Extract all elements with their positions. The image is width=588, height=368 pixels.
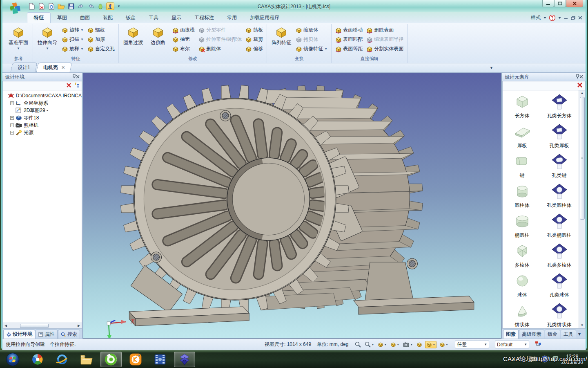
library-item-椭圆柱[interactable]: 椭圆柱 — [503, 212, 541, 241]
offset-button[interactable]: 偏移 — [244, 45, 264, 53]
snap-mode-select[interactable]: 任意▼ — [455, 341, 489, 348]
pinwheel-suite-icon[interactable] — [27, 352, 48, 367]
tab-加载应用程序[interactable]: 加载应用程序 — [243, 13, 286, 23]
library-cancel-icon[interactable] — [577, 82, 583, 89]
library-item-孔类厚板[interactable]: 孔类厚板 — [541, 123, 578, 151]
app-logo-icon[interactable] — [8, 1, 23, 15]
cancel-selection-icon[interactable] — [66, 83, 71, 89]
library-tab-高级图素[interactable]: 高级图素 — [519, 330, 544, 339]
snapshot-icon[interactable]: ▼ — [402, 341, 414, 348]
close-tab-icon[interactable]: ✕ — [61, 65, 65, 70]
tree-item-照相机[interactable]: +照相机 — [4, 121, 82, 129]
library-tabs-overflow-icon[interactable]: ▾ — [577, 330, 582, 339]
chamfer-button[interactable]: 边倒角 — [146, 25, 170, 55]
start-button[interactable] — [2, 352, 24, 367]
face-move-button[interactable]: 表面移动 — [334, 26, 364, 34]
close-library-icon[interactable] — [579, 74, 583, 80]
display-wireframe-icon[interactable] — [416, 341, 423, 348]
display-solid-icon[interactable]: ▼ — [425, 341, 437, 348]
scale-body-button[interactable]: 缩放体 — [294, 26, 329, 34]
panel-tab-属性[interactable]: 属性 — [36, 330, 58, 339]
pin-panel-icon[interactable] — [72, 74, 76, 80]
library-item-圆柱体[interactable]: 圆柱体 — [503, 182, 541, 211]
library-item-球体[interactable]: 球体 — [503, 272, 541, 301]
kugou-music-icon[interactable] — [125, 352, 146, 367]
taskbar-clock[interactable]: 13:28 2013/9/30 — [561, 354, 586, 365]
language-indicator[interactable]: CH — [518, 357, 525, 362]
extrude-wizard-button[interactable]: 拉伸向导▼ — [36, 25, 59, 55]
trim-button[interactable]: 裁剪 — [244, 35, 264, 44]
help-dropdown-arrow-icon[interactable] — [558, 17, 561, 19]
library-item-孔类饼状体[interactable]: 孔类饼状体 — [541, 302, 578, 329]
library-item-键[interactable]: 键 — [503, 153, 541, 181]
library-tab-工具[interactable]: 工具 — [561, 330, 576, 339]
doc-tabs-overflow-icon[interactable]: ▼ — [490, 66, 493, 70]
shell-button[interactable]: 抽壳 — [171, 35, 196, 44]
workspace-icon[interactable] — [535, 341, 541, 348]
thicken-button[interactable]: 加厚 — [86, 35, 116, 44]
close-doc-icon[interactable] — [578, 16, 582, 20]
panel-tab-搜索[interactable]: 搜索 — [58, 330, 80, 339]
datum-plane-button[interactable]: 基准平面▼ — [7, 25, 30, 55]
custom-hole-button[interactable]: 自定义孔 — [86, 45, 116, 53]
tab-钣金[interactable]: 钣金 — [119, 13, 142, 23]
tree-item-光源[interactable]: +光源 — [4, 129, 82, 136]
library-item-饼状体[interactable]: 饼状体 — [503, 302, 541, 329]
tree-item-root[interactable]: D:\Documents\CAXA IRONCA — [4, 92, 82, 99]
face-draft-button[interactable]: 面拔模 — [171, 26, 196, 34]
help-icon[interactable] — [549, 15, 555, 21]
fillet-button[interactable]: 圆角过渡 — [121, 25, 145, 55]
panel-tab-设计环境[interactable]: 设计环境 — [3, 330, 35, 339]
tab-工程标注[interactable]: 工程标注 — [188, 13, 220, 23]
library-item-孔类长方体[interactable]: 孔类长方体 — [541, 93, 578, 121]
internet-explorer-icon[interactable] — [51, 352, 73, 367]
tab-装配[interactable]: 装配 — [96, 13, 119, 23]
maximize-button[interactable] — [554, 0, 566, 7]
face-offset-button[interactable]: 表面等距 — [334, 45, 364, 53]
library-item-孔类多棱体[interactable]: 孔类多棱体 — [541, 242, 578, 271]
zoom-all-icon[interactable] — [354, 341, 362, 348]
library-tab-图素[interactable]: 图素 — [503, 330, 519, 339]
thread-button[interactable]: 螺纹 — [86, 26, 116, 34]
render-settings-icon[interactable]: ▼ — [439, 341, 449, 348]
zoom-window-icon[interactable]: ▼ — [364, 341, 375, 348]
tree-item-零件18[interactable]: +零件18 — [4, 114, 82, 121]
title-bar[interactable]: ▼ CAXA实体设计2013 - [电机壳.ics] — [2, 0, 586, 12]
minimize-doc-icon[interactable] — [564, 16, 568, 20]
delete-face-button[interactable]: 删除表面 — [365, 26, 405, 34]
style-dropdown-arrow-icon[interactable] — [543, 17, 546, 19]
pattern-feature-button[interactable]: 阵列特征 — [270, 25, 293, 55]
tray-help-icon[interactable] — [541, 355, 548, 364]
expand-icon[interactable]: + — [10, 116, 14, 120]
doc-tab-电机壳[interactable]: 电机壳✕ — [36, 63, 72, 72]
tab-草图[interactable]: 草图 — [51, 13, 74, 23]
revolve-button[interactable]: 旋转▼ — [60, 26, 85, 34]
show-hidden-icons-icon[interactable]: ▲ — [511, 357, 514, 361]
expand-icon[interactable]: + — [10, 131, 14, 135]
minimize-button[interactable] — [542, 0, 554, 7]
close-panel-icon[interactable] — [76, 74, 80, 80]
split-face-button[interactable]: 分割实体表面 — [365, 45, 405, 53]
display-shaded-icon[interactable]: ▼ — [390, 341, 400, 348]
expand-icon[interactable]: + — [10, 123, 14, 127]
tree-horizontal-scrollbar[interactable]: ◀▶ — [2, 323, 82, 329]
expand-icon[interactable]: + — [10, 101, 14, 105]
caxa-app-icon[interactable] — [174, 352, 195, 367]
doc-tab-设计1[interactable]: 设计1 — [10, 63, 37, 72]
tray-window-icon[interactable] — [552, 356, 558, 363]
boolean-button[interactable]: 布尔 — [171, 45, 196, 53]
close-button[interactable] — [566, 0, 583, 7]
browser-360-icon[interactable] — [100, 352, 122, 367]
restore-doc-icon[interactable] — [571, 16, 575, 20]
library-scrollbar[interactable]: ▲ ≡ ▼ — [579, 90, 585, 328]
tree-item-2D草图29 -[interactable]: 2D草图29 - — [4, 107, 82, 114]
delete-body-button[interactable]: 删除体 — [197, 45, 243, 53]
3d-viewport[interactable]: XY — [83, 73, 501, 339]
config-select[interactable]: Default▼ — [495, 341, 529, 348]
library-item-多棱体[interactable]: 多棱体 — [503, 242, 541, 271]
library-item-孔类键[interactable]: 孔类键 — [541, 153, 578, 181]
sweep-button[interactable]: 扫描▼ — [60, 35, 85, 44]
tab-曲面[interactable]: 曲面 — [74, 13, 96, 23]
mirror-feature-button[interactable]: 镜像特征▼ — [294, 45, 329, 53]
keyboard-icon[interactable] — [529, 357, 537, 363]
